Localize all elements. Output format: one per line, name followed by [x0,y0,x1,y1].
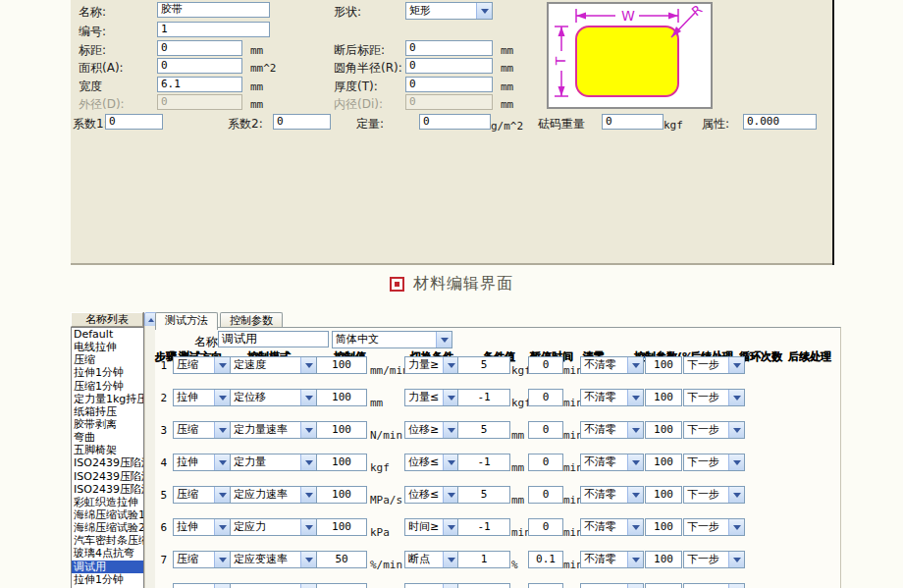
next-action-dropdown[interactable]: 下一步 [683,356,745,374]
chevron-down-icon[interactable] [300,552,316,567]
condition-value-input[interactable]: 5 [457,421,510,439]
chevron-down-icon[interactable] [214,390,230,405]
condition-dropdown[interactable]: 断点 [404,551,459,568]
chevron-down-icon[interactable] [443,552,458,567]
chevron-down-icon[interactable] [300,454,316,470]
break-gauge-input[interactable]: 0 [405,40,493,56]
chevron-down-icon[interactable] [300,390,316,405]
direction-dropdown[interactable] [173,583,231,588]
chevron-down-icon[interactable] [728,552,744,567]
chevron-down-icon[interactable] [214,519,230,535]
control-param-input[interactable]: 100 [645,486,682,504]
chevron-down-icon[interactable] [627,390,643,405]
list-item[interactable]: 电线拉伸 [72,341,143,353]
control-param-input[interactable] [645,583,682,588]
condition-value-input[interactable]: 5 [457,356,510,374]
tab-control-params[interactable]: 控制参数 [220,312,283,328]
clear-zero-dropdown[interactable]: 不清零 [580,421,644,439]
chevron-down-icon[interactable] [627,552,643,567]
chevron-down-icon[interactable] [728,487,744,503]
list-item[interactable]: Default [72,328,143,341]
pause-time-input[interactable]: 0 [528,421,563,439]
clear-zero-dropdown[interactable]: 不清零 [580,486,644,504]
condition-dropdown[interactable]: 位移≤ [404,486,459,504]
chevron-down-icon[interactable] [627,584,643,588]
direction-dropdown[interactable]: 拉伸 [173,389,231,406]
chevron-down-icon[interactable] [214,422,230,438]
chevron-down-icon[interactable] [627,454,643,470]
pause-time-input[interactable]: 0 [528,454,563,471]
control-value-input[interactable] [316,583,367,588]
chevron-down-icon[interactable] [627,519,643,535]
control-param-input[interactable]: 100 [645,356,682,374]
control-param-input[interactable]: 100 [645,421,682,439]
chevron-down-icon[interactable] [436,332,452,347]
clear-zero-dropdown[interactable]: 不清零 [580,454,644,471]
direction-dropdown[interactable]: 压缩 [173,421,231,439]
chevron-down-icon[interactable] [728,584,744,588]
clear-zero-dropdown[interactable]: 不清零 [580,518,644,536]
weight-input[interactable]: 0 [602,114,664,130]
condition-value-input[interactable]: 5 [457,486,510,504]
direction-dropdown[interactable]: 拉伸 [173,518,231,536]
chevron-down-icon[interactable] [443,519,458,535]
chevron-down-icon[interactable] [443,487,458,503]
condition-value-input[interactable]: -1 [457,518,510,536]
shape-dropdown[interactable]: 矩形 [405,2,493,20]
chevron-down-icon[interactable] [476,3,492,19]
control-mode-dropdown[interactable]: 定力量速率 [230,421,317,439]
next-action-dropdown[interactable]: 下一步 [683,486,745,504]
chevron-down-icon[interactable] [443,454,458,470]
pause-time-input[interactable]: 0 [528,486,563,504]
chevron-down-icon[interactable] [214,552,230,567]
direction-dropdown[interactable]: 压缩 [173,551,231,568]
clear-zero-dropdown[interactable]: 不清零 [580,356,644,374]
tab-test-method[interactable]: 测试方法 [155,312,218,330]
condition-value-input[interactable] [457,583,510,588]
chevron-down-icon[interactable] [300,422,316,438]
direction-dropdown[interactable]: 压缩 [173,486,231,504]
chevron-down-icon[interactable] [627,422,643,438]
chevron-down-icon[interactable] [214,584,230,588]
chevron-down-icon[interactable] [627,357,643,373]
chevron-down-icon[interactable] [443,422,458,438]
chevron-down-icon[interactable] [728,390,744,405]
quantity-input[interactable]: 0 [419,114,491,130]
chevron-down-icon[interactable] [300,487,316,503]
control-value-input[interactable]: 100 [316,518,367,536]
control-param-input[interactable]: 100 [645,518,682,536]
condition-dropdown[interactable]: 位移≤ [404,454,459,471]
control-param-input[interactable]: 100 [645,551,682,568]
control-value-input[interactable]: 100 [316,421,367,439]
condition-value-input[interactable]: 1 [457,551,510,568]
chevron-down-icon[interactable] [728,519,744,535]
control-mode-dropdown[interactable]: 定应力 [230,518,317,536]
chevron-down-icon[interactable] [300,357,316,373]
chevron-down-icon[interactable] [627,487,643,503]
next-action-dropdown[interactable]: 下一步 [683,551,745,568]
control-param-input[interactable]: 100 [645,454,682,471]
area-input[interactable]: 0 [157,58,242,74]
language-dropdown[interactable]: 简体中文 [332,331,452,348]
width-input[interactable]: 6.1 [157,77,242,92]
control-value-input[interactable]: 100 [316,486,367,504]
chevron-down-icon[interactable] [443,584,458,588]
chevron-down-icon[interactable] [214,357,230,373]
pause-time-input[interactable]: 0.1 [528,551,563,568]
condition-dropdown[interactable]: 时间≥ [404,518,459,536]
clear-zero-dropdown[interactable]: 不清零 [580,551,644,568]
next-action-dropdown[interactable]: 下一步 [683,454,745,471]
chevron-down-icon[interactable] [300,584,316,588]
chevron-down-icon[interactable] [728,422,744,438]
clear-zero-dropdown[interactable]: 不清零 [580,389,644,406]
coef2-input[interactable]: 0 [273,114,331,130]
condition-dropdown[interactable]: 力量≤ [404,389,459,406]
chevron-down-icon[interactable] [443,390,458,405]
next-action-dropdown[interactable] [683,583,745,588]
chevron-down-icon[interactable] [214,454,230,470]
control-mode-dropdown[interactable]: 定位移 [230,389,317,406]
chevron-down-icon[interactable] [728,454,744,470]
control-param-input[interactable]: 100 [645,389,682,406]
condition-value-input[interactable]: -1 [457,389,510,406]
control-mode-dropdown[interactable]: 定力量 [230,454,317,471]
